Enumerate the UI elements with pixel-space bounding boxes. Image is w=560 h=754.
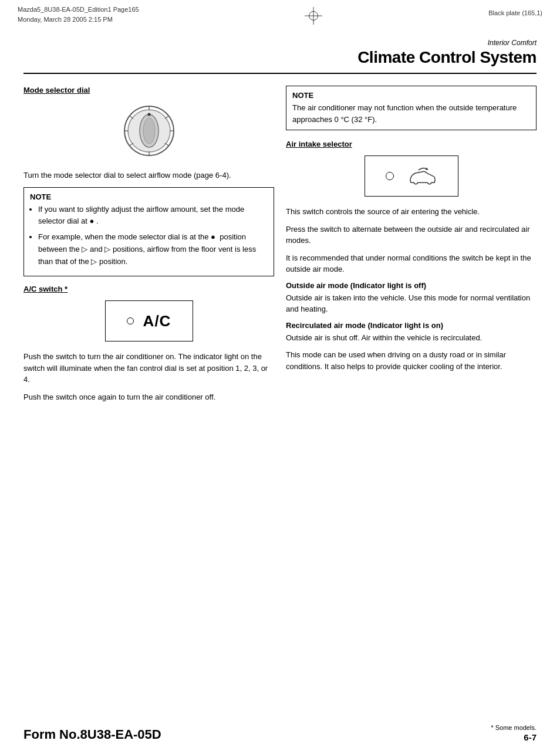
page-header: Mazda5_8U38-EA-05D_Edition1 Page165 Mond…	[0, 0, 560, 27]
header-meta: Mazda5_8U38-EA-05D_Edition1 Page165 Mond…	[18, 5, 139, 24]
left-column: Mode selector dial	[23, 86, 274, 408]
ac-box: A/C	[105, 300, 193, 342]
title-section: Interior Comfort Climate Control System	[0, 27, 560, 73]
ac-heading-text: A/C switch *	[23, 285, 68, 293]
note-body-top: The air conditioner may not function whe…	[292, 102, 530, 125]
note-box-top: NOTE The air conditioner may not functio…	[286, 86, 537, 130]
page-title: Climate Control System	[23, 48, 537, 67]
recirc-heading: Recirculated air mode (Indicator light i…	[286, 321, 537, 330]
ac-body1: Push the switch to turn the air conditio…	[23, 351, 274, 386]
ac-switch-image: A/C	[23, 300, 274, 342]
mode-dial-icon	[120, 102, 178, 160]
svg-point-6	[143, 118, 155, 144]
mode-selector-heading: Mode selector dial	[23, 86, 274, 94]
header-plate: Black plate (165,1)	[488, 5, 542, 16]
note-title-top: NOTE	[292, 91, 530, 100]
ac-label-text: A/C	[143, 312, 171, 330]
title-divider	[23, 73, 537, 74]
intake-box	[365, 155, 458, 197]
note-title-left: NOTE	[30, 192, 268, 201]
dial-image-container	[23, 102, 274, 160]
recirc-body: Outside air is shut off. Air within the …	[286, 332, 537, 344]
intake-body2: Press the switch to alternate between th…	[286, 224, 537, 246]
page-subtitle: Interior Comfort	[23, 39, 537, 47]
note-item-1: If you want to slightly adjust the airfl…	[38, 204, 268, 228]
page-footer: Form No.8U38-EA-05D * Some models. 6-7	[0, 724, 560, 742]
note-item-2: For example, when the mode selector dial…	[38, 231, 268, 268]
crosshair-icon	[305, 7, 322, 25]
outside-air-heading: Outside air mode (Indicator light is off…	[286, 281, 537, 290]
ac-switch-heading: A/C switch *	[23, 285, 274, 293]
header-crosshair-container	[305, 5, 322, 25]
footer-right: * Some models. 6-7	[491, 724, 537, 742]
page-number: 6-7	[491, 732, 537, 742]
note-box-left: NOTE If you want to slightly adjust the …	[23, 187, 274, 277]
outside-air-body: Outside air is taken into the vehicle. U…	[286, 292, 537, 315]
recirculation-icon	[408, 164, 437, 188]
intake-indicator-circle	[386, 172, 394, 180]
main-content: Mode selector dial	[0, 86, 560, 408]
form-number: Form No.8U38-EA-05D	[23, 727, 161, 742]
ac-indicator-circle	[127, 317, 134, 324]
svg-point-15	[147, 113, 150, 116]
intake-image-container	[286, 155, 537, 197]
intake-body3: It is recommended that under normal cond…	[286, 252, 537, 275]
mode-body-text: Turn the mode selector dial to select ai…	[23, 170, 274, 181]
ac-body2: Push the switch once again to turn the a…	[23, 391, 274, 403]
air-intake-heading: Air intake selector	[286, 140, 537, 148]
header-line1: Mazda5_8U38-EA-05D_Edition1 Page165	[18, 5, 139, 15]
right-column: NOTE The air conditioner may not functio…	[286, 86, 537, 408]
footer-footnote: * Some models.	[491, 724, 537, 731]
note-list-left: If you want to slightly adjust the airfl…	[30, 204, 268, 268]
intake-body1: This switch controls the source of air e…	[286, 206, 537, 218]
dusty-body: This mode can be used when driving on a …	[286, 349, 537, 372]
header-line2: Monday, March 28 2005 2:15 PM	[18, 15, 139, 25]
